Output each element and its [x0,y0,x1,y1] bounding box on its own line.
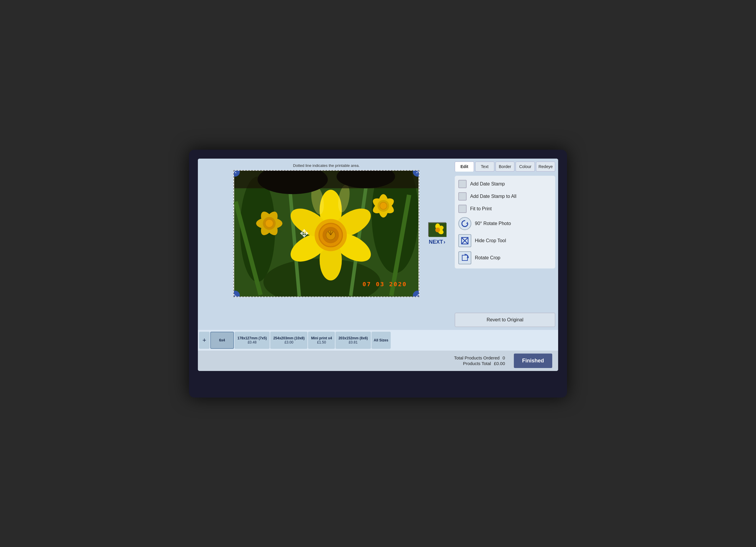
fit-to-print-row: Fit to Print [458,205,552,213]
add-date-stamp-all-label: Add Date Stamp to All [470,194,517,199]
size-price-10x8: £3.00 [273,340,304,344]
edit-panel: Add Date Stamp Add Date Stamp to All Fit… [455,176,555,268]
size-price-mini4: £1.50 [311,340,332,344]
svg-point-40 [435,227,440,232]
footer-info: Total Products Ordered 0 Products Total … [454,355,505,366]
monitor: Dotted line indicates the printable area… [189,150,567,398]
total-products-value: 0 [503,355,505,360]
products-total-label: Products Total [463,361,491,366]
sizes-bar: + 6x4 178x127mm (7x5) £0.48 254x203mm (1… [198,330,558,351]
size-label-mini4: Mini print x4 [311,336,332,340]
size-label-8x6: 203x152mm (8x6) [338,336,368,340]
size-price-7x5: £0.48 [237,340,267,344]
size-price-8x6: £0.81 [338,340,368,344]
finished-button[interactable]: Finished [514,354,552,368]
thumbnail-next-area: NEXT › [428,222,446,245]
svg-point-17 [380,202,387,209]
tab-text[interactable]: Text [475,162,494,172]
add-button[interactable]: + [199,332,210,349]
hide-crop-row: Hide Crop Tool [458,234,552,247]
next-button[interactable]: NEXT › [429,239,445,245]
total-products-label: Total Products Ordered [454,355,499,360]
tab-redeye[interactable]: Redeye [536,162,555,172]
right-panel: Edit Text Border Colour Redeye Add Date … [455,162,555,327]
add-date-stamp-checkbox[interactable] [458,180,467,188]
size-item-10x8[interactable]: 254x203mm (10x8) £3.00 [270,332,307,349]
move-icon[interactable]: ✥ [300,227,309,240]
total-products-row: Total Products Ordered 0 [454,355,505,360]
all-sizes-button[interactable]: All Sizes [372,332,391,349]
products-total-value: £0.00 [494,361,505,366]
size-label-10x8: 254x203mm (10x8) [273,336,304,340]
add-date-stamp-all-checkbox[interactable] [458,192,467,201]
rotate-crop-row: Rotate Crop [458,251,552,264]
footer-bar: Total Products Ordered 0 Products Total … [198,351,558,371]
rotate-crop-label: Rotate Crop [475,255,500,261]
dotted-label: Dotted line indicates the printable area… [293,163,359,168]
size-item-8x6[interactable]: 203x152mm (8x6) £0.81 [335,332,371,349]
tab-colour[interactable]: Colour [516,162,535,172]
size-item-mini4[interactable]: Mini print x4 £1.50 [308,332,335,349]
size-item-7x5[interactable]: 178x127mm (7x5) £0.48 [234,332,270,349]
rotate-photo-label: 90° Rotate Photo [475,221,511,226]
main-area: Dotted line indicates the printable area… [198,159,558,330]
svg-point-12 [265,219,273,227]
monitor-stand [348,371,408,380]
size-label-6x4: 6x4 [214,338,230,342]
add-date-stamp-row: Add Date Stamp [458,180,552,188]
size-label-7x5: 178x127mm (7x5) [237,336,267,340]
size-item-6x4[interactable]: 6x4 [210,332,234,349]
rotate-photo-row: 90° Rotate Photo [458,217,552,230]
svg-marker-41 [466,222,468,224]
rotate-photo-button[interactable] [458,217,471,230]
fit-to-print-checkbox[interactable] [458,205,467,213]
hide-crop-button[interactable] [458,234,471,247]
screen: Dotted line indicates the printable area… [198,159,558,371]
date-stamp: 07 03 2020 [363,281,407,288]
revert-button[interactable]: Revert to Original [455,313,555,327]
canvas-area: 07 03 2020 ✥ ⤡ ⤢ ⤡ ⤢ [233,170,419,297]
left-panel: Dotted line indicates the printable area… [201,162,452,327]
tab-border[interactable]: Border [496,162,515,172]
tab-bar: Edit Text Border Colour Redeye [455,162,555,172]
products-total-row: Products Total £0.00 [463,361,505,366]
fit-to-print-label: Fit to Print [470,206,492,211]
add-date-stamp-all-row: Add Date Stamp to All [458,192,552,201]
add-date-stamp-label: Add Date Stamp [470,181,505,187]
hide-crop-label: Hide Crop Tool [475,238,506,243]
thumbnail-image[interactable] [428,222,446,236]
rotate-crop-button[interactable] [458,251,471,264]
tab-edit[interactable]: Edit [455,162,474,172]
